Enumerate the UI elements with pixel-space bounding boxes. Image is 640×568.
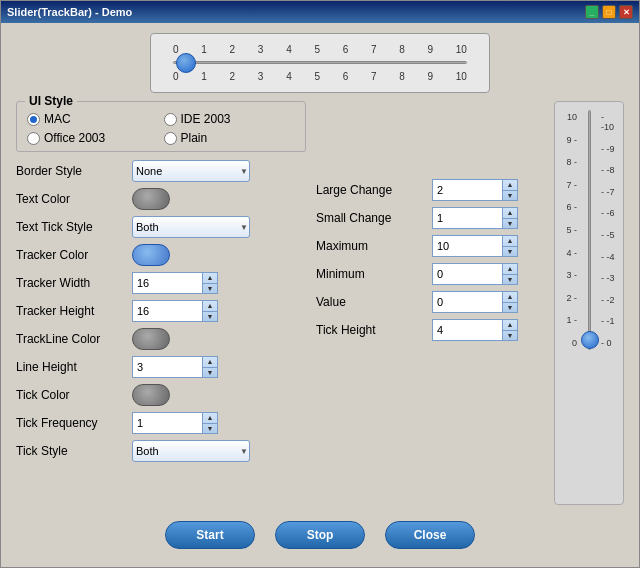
small-change-label: Small Change bbox=[316, 211, 426, 225]
minimum-up[interactable]: ▲ bbox=[503, 264, 517, 275]
maximize-button[interactable]: □ bbox=[602, 5, 616, 19]
large-change-down[interactable]: ▼ bbox=[503, 191, 517, 201]
text-color-row: Text Color bbox=[16, 188, 306, 210]
tick-style-label: Tick Style bbox=[16, 444, 126, 458]
text-tick-style-label: Text Tick Style bbox=[16, 220, 126, 234]
small-change-row: Small Change ▲ ▼ bbox=[316, 207, 544, 229]
tick-style-select[interactable]: Both Top Bottom None bbox=[132, 440, 250, 462]
tracker-width-up[interactable]: ▲ bbox=[203, 273, 217, 284]
text-tick-style-wrapper: Both Top Bottom None bbox=[132, 216, 250, 238]
maximum-input[interactable] bbox=[432, 235, 502, 257]
horizontal-track[interactable] bbox=[173, 61, 467, 64]
minimize-button[interactable]: _ bbox=[585, 5, 599, 19]
main-window: Slider(TrackBar) - Demo _ □ ✕ 0 1 2 3 4 … bbox=[0, 0, 640, 568]
tick-height-input[interactable] bbox=[432, 319, 502, 341]
close-window-button[interactable]: ✕ bbox=[619, 5, 633, 19]
close-button-label: Close bbox=[414, 528, 447, 542]
radio-office2003[interactable]: Office 2003 bbox=[27, 131, 159, 145]
text-color-button[interactable] bbox=[132, 188, 170, 210]
border-style-select[interactable]: None Fixed Single Fixed 3D bbox=[132, 160, 250, 182]
line-height-spinner: ▲ ▼ bbox=[132, 356, 218, 378]
tracker-color-row: Tracker Color bbox=[16, 244, 306, 266]
tick-frequency-up[interactable]: ▲ bbox=[203, 413, 217, 424]
start-button-label: Start bbox=[196, 528, 223, 542]
vertical-thumb[interactable] bbox=[581, 331, 599, 349]
start-button[interactable]: Start bbox=[165, 521, 255, 549]
maximum-label: Maximum bbox=[316, 239, 426, 253]
tracker-width-input[interactable] bbox=[132, 272, 202, 294]
horizontal-thumb[interactable] bbox=[176, 53, 196, 73]
line-height-input[interactable] bbox=[132, 356, 202, 378]
tick-style-wrapper: Both Top Bottom None bbox=[132, 440, 250, 462]
title-bar: Slider(TrackBar) - Demo _ □ ✕ bbox=[1, 1, 639, 23]
value-input[interactable] bbox=[432, 291, 502, 313]
line-height-down[interactable]: ▼ bbox=[203, 368, 217, 378]
window-title: Slider(TrackBar) - Demo bbox=[7, 6, 132, 18]
large-change-up[interactable]: ▲ bbox=[503, 180, 517, 191]
tick-height-row: Tick Height ▲ ▼ bbox=[316, 319, 544, 341]
tick-frequency-label: Tick Frequency bbox=[16, 416, 126, 430]
tick-color-label: Tick Color bbox=[16, 388, 126, 402]
line-height-row: Line Height ▲ ▼ bbox=[16, 356, 306, 378]
maximum-row: Maximum ▲ ▼ bbox=[316, 235, 544, 257]
tick-height-up[interactable]: ▲ bbox=[503, 320, 517, 331]
tracker-color-button[interactable] bbox=[132, 244, 170, 266]
tracker-height-up[interactable]: ▲ bbox=[203, 301, 217, 312]
radio-plain[interactable]: Plain bbox=[164, 131, 296, 145]
radio-mac-circle[interactable] bbox=[27, 113, 40, 126]
radio-office2003-circle[interactable] bbox=[27, 132, 40, 145]
tracker-height-label: Tracker Height bbox=[16, 304, 126, 318]
tick-labels-bottom: 0 1 2 3 4 5 6 7 8 9 10 bbox=[171, 71, 469, 82]
small-change-down[interactable]: ▼ bbox=[503, 219, 517, 229]
value-spinner: ▲ ▼ bbox=[432, 291, 518, 313]
large-change-row: Large Change ▲ ▼ bbox=[316, 179, 544, 201]
stop-button[interactable]: Stop bbox=[275, 521, 365, 549]
vertical-track[interactable] bbox=[588, 110, 591, 350]
left-column: UI Style MAC IDE 2003 bbox=[16, 101, 306, 505]
small-change-input[interactable] bbox=[432, 207, 502, 229]
value-label: Value bbox=[316, 295, 426, 309]
value-up[interactable]: ▲ bbox=[503, 292, 517, 303]
minimum-label: Minimum bbox=[316, 267, 426, 281]
tick-style-row: Tick Style Both Top Bottom None bbox=[16, 440, 306, 462]
line-height-arrows: ▲ ▼ bbox=[202, 356, 218, 378]
text-tick-style-select[interactable]: Both Top Bottom None bbox=[132, 216, 250, 238]
slider-preview: 0 1 2 3 4 5 6 7 8 9 10 0 1 bbox=[150, 33, 490, 93]
border-style-label: Border Style bbox=[16, 164, 126, 178]
tick-frequency-down[interactable]: ▼ bbox=[203, 424, 217, 434]
tracker-height-spinner: ▲ ▼ bbox=[132, 300, 218, 322]
tick-frequency-input[interactable] bbox=[132, 412, 202, 434]
radio-ide2003[interactable]: IDE 2003 bbox=[164, 112, 296, 126]
value-down[interactable]: ▼ bbox=[503, 303, 517, 313]
radio-ide2003-label: IDE 2003 bbox=[181, 112, 231, 126]
minimum-down[interactable]: ▼ bbox=[503, 275, 517, 285]
large-change-input[interactable] bbox=[432, 179, 502, 201]
radio-plain-circle[interactable] bbox=[164, 132, 177, 145]
minimum-arrows: ▲ ▼ bbox=[502, 263, 518, 285]
tracker-width-down[interactable]: ▼ bbox=[203, 284, 217, 294]
tracker-height-input[interactable] bbox=[132, 300, 202, 322]
tick-height-down[interactable]: ▼ bbox=[503, 331, 517, 341]
maximum-down[interactable]: ▼ bbox=[503, 247, 517, 257]
tick-height-arrows: ▲ ▼ bbox=[502, 319, 518, 341]
minimum-input[interactable] bbox=[432, 263, 502, 285]
trackline-color-button[interactable] bbox=[132, 328, 170, 350]
tick-frequency-arrows: ▲ ▼ bbox=[202, 412, 218, 434]
small-change-up[interactable]: ▲ bbox=[503, 208, 517, 219]
vertical-slider-inner: 10 9 - 8 - 7 - 6 - 5 - 4 - 3 - 2 - 1 - 0 bbox=[559, 110, 619, 350]
vert-ticks-right: - -10 - -9 - -8 - -7 - -6 - -5 - -4 - -3… bbox=[599, 110, 617, 350]
close-button[interactable]: Close bbox=[385, 521, 475, 549]
line-height-up[interactable]: ▲ bbox=[203, 357, 217, 368]
minimum-row: Minimum ▲ ▼ bbox=[316, 263, 544, 285]
tracker-width-spinner: ▲ ▼ bbox=[132, 272, 218, 294]
radio-ide2003-circle[interactable] bbox=[164, 113, 177, 126]
tick-labels-top: 0 1 2 3 4 5 6 7 8 9 10 bbox=[171, 44, 469, 55]
vertical-slider-panel: 10 9 - 8 - 7 - 6 - 5 - 4 - 3 - 2 - 1 - 0 bbox=[554, 101, 624, 505]
ui-style-options: MAC IDE 2003 Office 2003 bbox=[27, 112, 295, 145]
tracker-height-down[interactable]: ▼ bbox=[203, 312, 217, 322]
radio-mac-label: MAC bbox=[44, 112, 71, 126]
tick-color-button[interactable] bbox=[132, 384, 170, 406]
border-style-row: Border Style None Fixed Single Fixed 3D bbox=[16, 160, 306, 182]
radio-mac[interactable]: MAC bbox=[27, 112, 159, 126]
maximum-up[interactable]: ▲ bbox=[503, 236, 517, 247]
